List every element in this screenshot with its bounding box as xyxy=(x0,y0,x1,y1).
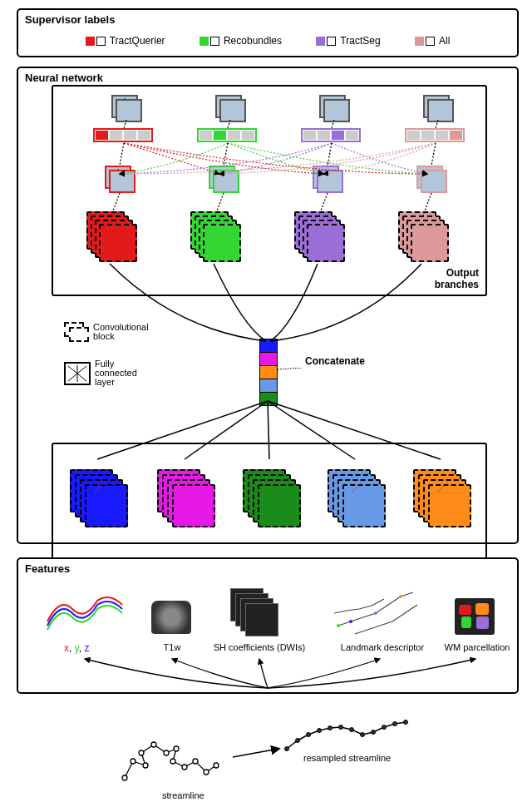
supervisor-title: Supervisor labels xyxy=(25,13,115,26)
svg-point-60 xyxy=(214,763,219,768)
sh-label: SH coefficients (DWIs) xyxy=(205,642,313,652)
fc-top-3b xyxy=(323,99,350,122)
svg-point-65 xyxy=(318,729,322,733)
svg-point-52 xyxy=(139,750,144,755)
feat-arrows xyxy=(18,655,517,692)
landmark-icon xyxy=(330,584,430,642)
output-branches-label: Output branches xyxy=(435,267,479,290)
labelrow-4 xyxy=(405,128,465,142)
t1w-icon xyxy=(151,601,191,634)
svg-line-61 xyxy=(233,749,278,757)
t1w-label: T1w xyxy=(131,642,214,652)
svg-line-34 xyxy=(278,368,303,369)
legend-tractquerier: TractQuerier xyxy=(86,35,165,47)
concat-dots xyxy=(278,368,311,372)
svg-line-23 xyxy=(224,143,228,166)
xyz-z: z xyxy=(84,642,89,654)
legend-tractseg: TractSeg xyxy=(316,35,380,47)
streamline-resampled-label: resampled streamline xyxy=(303,753,391,763)
landmark-label: Landmark descriptor xyxy=(332,642,432,652)
labelrow-1 xyxy=(93,128,153,142)
svg-point-68 xyxy=(350,728,354,732)
concat-label: Concatenate xyxy=(305,355,365,367)
streamline-raw-label: streamline xyxy=(162,790,204,800)
legend-label: TractSeg xyxy=(340,35,380,47)
svg-line-29 xyxy=(431,143,436,166)
svg-point-55 xyxy=(174,746,179,751)
svg-point-49 xyxy=(122,775,127,780)
svg-point-46 xyxy=(349,620,352,623)
wm-icon xyxy=(455,598,495,635)
svg-point-47 xyxy=(374,611,377,615)
svg-point-69 xyxy=(361,733,365,737)
fc-mid-2b xyxy=(213,170,239,193)
svg-point-48 xyxy=(399,595,402,598)
svg-point-66 xyxy=(328,726,332,730)
svg-point-53 xyxy=(151,742,156,747)
xyz-icon xyxy=(43,588,126,638)
fc-legend: Fully connected layer xyxy=(64,359,137,387)
svg-point-59 xyxy=(204,770,209,775)
svg-point-70 xyxy=(372,730,376,735)
svg-point-45 xyxy=(337,624,340,627)
svg-point-64 xyxy=(307,733,311,737)
features-title: Features xyxy=(25,562,70,575)
labelrow-3 xyxy=(301,128,361,142)
svg-point-67 xyxy=(339,725,343,730)
conv-legend-label: Convolutional block xyxy=(93,323,149,341)
legend-all: All xyxy=(415,35,450,47)
legend-label: All xyxy=(439,35,450,47)
conv-legend: Convolutional block xyxy=(64,322,149,342)
fc-top-4b xyxy=(427,99,454,122)
svg-point-71 xyxy=(382,725,387,730)
svg-line-20 xyxy=(120,143,124,166)
network-panel: Neural network Output branches xyxy=(17,67,519,544)
fc-mid-1b xyxy=(109,170,135,193)
svg-point-50 xyxy=(131,759,135,764)
fc-top-2b xyxy=(219,99,246,122)
fc-legend-label: Fully connected layer xyxy=(95,359,137,387)
svg-point-54 xyxy=(164,750,169,755)
xyz-label: x, y, z xyxy=(64,642,89,654)
fc-mid-3b xyxy=(317,170,343,193)
labelrow-2 xyxy=(197,128,257,142)
svg-point-56 xyxy=(170,759,175,764)
fc-top-1b xyxy=(116,99,142,122)
svg-point-58 xyxy=(193,759,198,764)
supervisor-legend: TractQuerier Recobundles TractSeg All xyxy=(18,35,517,47)
svg-line-26 xyxy=(328,143,332,166)
output-branches-box: Output branches xyxy=(52,85,487,296)
svg-point-73 xyxy=(404,720,408,725)
supervisor-panel: Supervisor labels TractQuerier Recobundl… xyxy=(17,8,519,57)
svg-point-57 xyxy=(182,765,187,770)
svg-point-62 xyxy=(285,747,289,751)
concat-block xyxy=(259,339,278,405)
features-panel: Features x, y, z T1w SH coefficients (DW… xyxy=(17,557,519,694)
network-title: Neural network xyxy=(25,72,103,84)
svg-point-51 xyxy=(143,763,148,768)
legend-label: TractQuerier xyxy=(110,35,165,47)
legend-label: Recobundles xyxy=(224,35,282,47)
svg-point-63 xyxy=(296,739,300,743)
fc-mid-4b xyxy=(421,170,447,193)
wm-label: WM parcellation xyxy=(436,642,519,652)
legend-recobundles: Recobundles xyxy=(200,35,282,47)
svg-point-72 xyxy=(393,722,397,726)
